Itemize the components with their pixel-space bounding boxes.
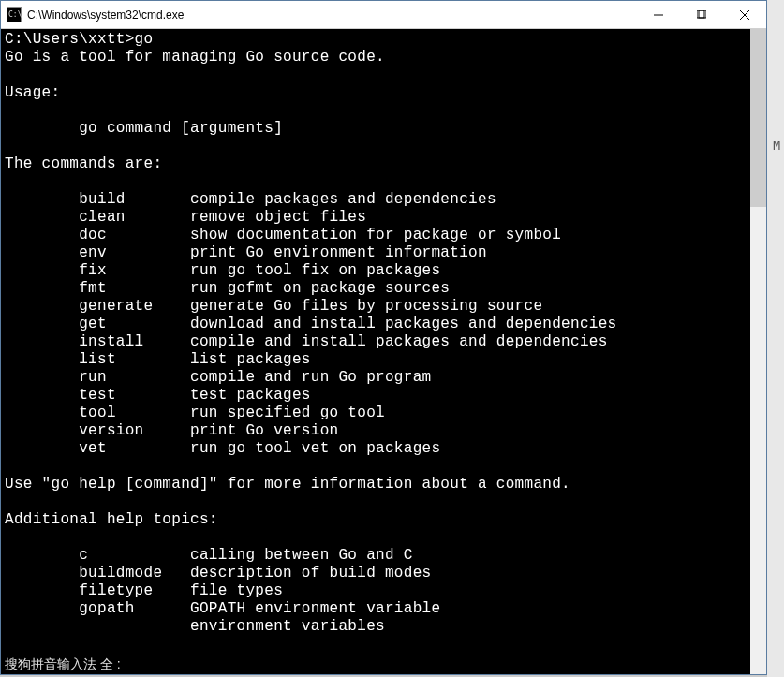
svg-rect-1: [697, 10, 704, 18]
background-char: M: [773, 139, 780, 153]
app-icon: C:\: [7, 7, 22, 22]
vertical-scrollbar[interactable]: [750, 29, 766, 674]
terminal-output[interactable]: C:\Users\xxtt>go Go is a tool for managi…: [1, 29, 750, 674]
titlebar[interactable]: C:\ C:\Windows\system32\cmd.exe: [1, 1, 766, 29]
terminal-area: C:\Users\xxtt>go Go is a tool for managi…: [1, 29, 766, 674]
window-title: C:\Windows\system32\cmd.exe: [27, 8, 637, 22]
svg-rect-2: [699, 10, 706, 18]
window-controls: [637, 1, 766, 28]
maximize-button[interactable]: [680, 1, 723, 28]
scroll-thumb[interactable]: [750, 29, 766, 207]
background-strip: [767, 0, 784, 677]
minimize-button[interactable]: [637, 1, 680, 28]
cmd-window: C:\ C:\Windows\system32\cmd.exe C:\Users…: [0, 0, 767, 675]
close-button[interactable]: [723, 1, 766, 28]
